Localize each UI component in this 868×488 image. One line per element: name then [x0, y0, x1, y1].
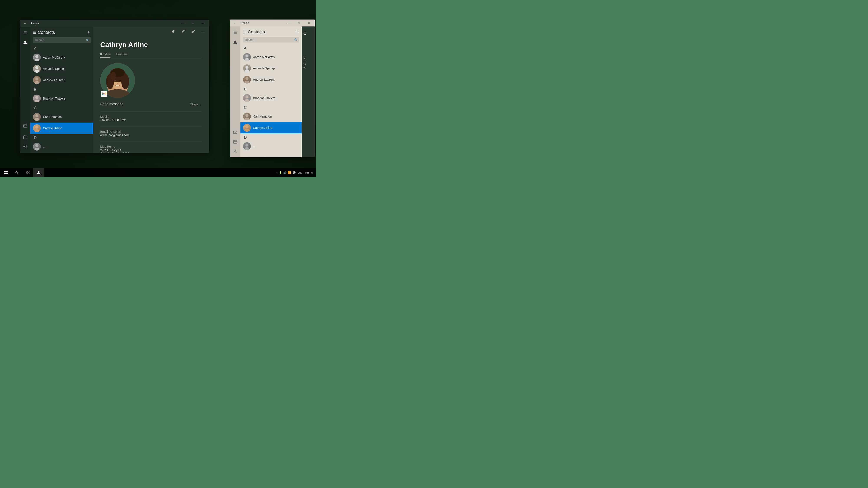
- contact-name-brandon: Brandon Travers: [43, 97, 65, 100]
- contact-list-header: ☰ Contacts +: [30, 27, 93, 37]
- svg-point-55: [245, 147, 249, 150]
- svg-point-54: [245, 143, 248, 147]
- search-taskbar-button[interactable]: [12, 168, 22, 177]
- second-search-input[interactable]: [243, 37, 299, 42]
- pin-button[interactable]: [170, 28, 177, 35]
- send-message-label[interactable]: Send message: [100, 102, 123, 106]
- contact-item-brandon[interactable]: Brandon Travers: [30, 93, 93, 104]
- svg-point-10: [34, 70, 39, 73]
- contact-item-amanda[interactable]: Amanda Springs: [30, 63, 93, 74]
- alpha-header-b: B: [30, 86, 93, 93]
- settings-nav-icon[interactable]: [21, 142, 30, 151]
- skype-button[interactable]: Skype ⌄: [190, 103, 202, 106]
- address-line2: Orlando, Florida 32806: [100, 152, 202, 153]
- second-scroll[interactable]: A Aaron McCarthy Amanda Springs: [241, 44, 302, 157]
- start-button[interactable]: [1, 168, 11, 177]
- tab-timeline[interactable]: Timeline: [116, 52, 128, 58]
- network-icon[interactable]: 📶: [288, 171, 291, 174]
- taskbar-left: [0, 168, 44, 177]
- people-taskbar-button[interactable]: [33, 168, 44, 177]
- svg-point-45: [245, 69, 249, 72]
- contact-item-cathryn[interactable]: Cathryn Arline: [30, 123, 93, 134]
- tray-caret[interactable]: ⌃: [276, 171, 278, 174]
- second-hamburger-icon[interactable]: ☰: [231, 28, 240, 37]
- second-hamburger-label[interactable]: ☰: [243, 30, 246, 34]
- calendar-nav-icon[interactable]: [21, 133, 30, 141]
- second-name-cathryn: Cathryn Arline: [253, 126, 272, 129]
- second-avatar-cathryn: [243, 124, 251, 132]
- search-icon[interactable]: 🔍: [86, 38, 89, 42]
- second-contact-aaron[interactable]: Aaron McCarthy: [241, 52, 302, 63]
- second-close[interactable]: ✕: [304, 20, 314, 27]
- second-contact-cathryn[interactable]: Cathryn Arline: [241, 122, 302, 133]
- mail-nav-icon[interactable]: [21, 122, 30, 130]
- svg-rect-58: [4, 173, 6, 174]
- svg-rect-62: [26, 171, 28, 172]
- back-button[interactable]: ←: [22, 21, 28, 26]
- second-titlebar-left: ← People: [232, 21, 249, 26]
- edit-button[interactable]: [180, 28, 187, 35]
- svg-point-60: [16, 171, 18, 173]
- search-input[interactable]: [33, 37, 91, 43]
- tab-profile[interactable]: Profile: [100, 52, 111, 58]
- second-calendar-icon[interactable]: [231, 137, 240, 146]
- window-second: ← People — □ ✕ ☰: [230, 20, 315, 157]
- svg-rect-64: [26, 173, 28, 174]
- second-search-icon[interactable]: 🔍: [294, 38, 298, 41]
- hamburger-menu-icon[interactable]: ☰: [21, 29, 30, 37]
- maximize-button[interactable]: □: [188, 20, 198, 27]
- hamburger-icon[interactable]: ☰: [33, 30, 36, 34]
- svg-rect-63: [28, 171, 29, 172]
- svg-point-15: [35, 114, 38, 117]
- second-list-header: ☰ Contacts +: [241, 27, 302, 37]
- second-contact-amanda[interactable]: Amanda Springs: [241, 63, 302, 74]
- link-button[interactable]: [190, 28, 196, 35]
- second-contact-list: ☰ Contacts + 🔍 A Aaron McCarthy: [241, 27, 302, 157]
- second-avatar-amanda: [243, 64, 251, 72]
- svg-point-11: [35, 77, 38, 80]
- system-tray-icons: ⌃ 🔋 🔊 📶 💬: [276, 171, 296, 174]
- second-contact-andrew[interactable]: Andrew Laurent: [241, 74, 302, 85]
- second-minimize[interactable]: —: [284, 20, 294, 27]
- second-alpha-b: B: [241, 85, 302, 92]
- svg-rect-59: [6, 173, 8, 174]
- svg-point-19: [35, 144, 38, 147]
- contact-item-andrew[interactable]: Andrew Laurent: [30, 74, 93, 86]
- svg-rect-57: [6, 171, 8, 172]
- contact-item-carl[interactable]: Carl Hampton: [30, 111, 93, 123]
- contact-scroll[interactable]: A Aaron McCarthy Amanda Springs: [30, 45, 93, 153]
- task-view-button[interactable]: [23, 168, 33, 177]
- svg-point-66: [38, 171, 39, 173]
- contact-item-d-placeholder[interactable]: ...: [30, 141, 93, 152]
- second-titlebar: ← People — □ ✕: [230, 20, 315, 27]
- add-contact-button[interactable]: +: [86, 30, 91, 35]
- volume-icon[interactable]: 🔊: [283, 171, 287, 174]
- second-contact-brandon[interactable]: Brandon Travers: [241, 92, 302, 104]
- detail-contact-name: Cathryn Arline: [100, 41, 202, 49]
- second-settings-icon[interactable]: [231, 147, 240, 156]
- action-center-icon[interactable]: 💬: [292, 171, 296, 174]
- minimize-button[interactable]: —: [178, 20, 188, 27]
- svg-point-20: [34, 148, 39, 151]
- second-mail-icon[interactable]: [231, 128, 240, 136]
- close-button[interactable]: ✕: [198, 20, 208, 27]
- svg-point-52: [245, 125, 248, 128]
- contacts-title-row: ☰ Contacts: [33, 30, 55, 35]
- detail-tabs: Profile Timeline: [100, 52, 202, 58]
- second-maximize[interactable]: □: [294, 20, 304, 27]
- second-contacts-icon[interactable]: [231, 38, 240, 46]
- alpha-header-a: A: [30, 45, 93, 52]
- contact-list-panel: ☰ Contacts + 🔍 A Aaron McCarthy: [30, 27, 93, 153]
- gmail-badge: [101, 91, 107, 97]
- second-contact-d[interactable]: ...: [241, 140, 302, 152]
- second-back-button[interactable]: ←: [232, 21, 238, 26]
- contact-item-aaron[interactable]: Aaron McCarthy: [30, 52, 93, 63]
- second-add-button[interactable]: +: [295, 29, 299, 35]
- main-window-title: People: [31, 22, 39, 25]
- second-contact-carl[interactable]: Carl Hampton: [241, 111, 302, 122]
- second-sidebar: ☰: [230, 27, 241, 157]
- contacts-nav-icon[interactable]: [21, 38, 30, 47]
- alpha-header-d: D: [30, 134, 93, 141]
- second-name-amanda: Amanda Springs: [253, 67, 276, 70]
- more-button[interactable]: ⋯: [200, 29, 206, 35]
